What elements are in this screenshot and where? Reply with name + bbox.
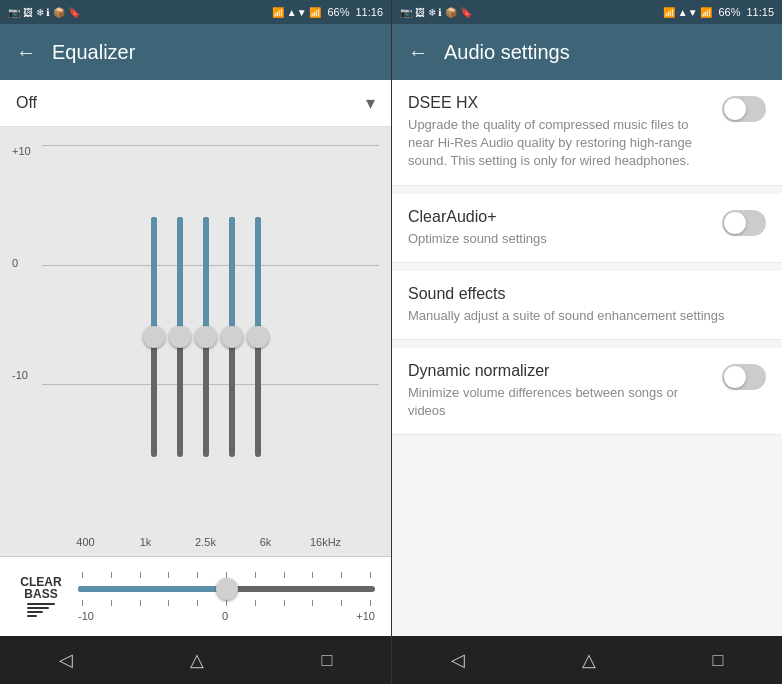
tick-marks-bottom [78, 600, 375, 606]
toggle-dynamic-normalizer[interactable] [722, 364, 766, 390]
eq-slider-6k[interactable] [229, 217, 235, 457]
back-button-equalizer[interactable]: ← [16, 41, 36, 64]
bass-text: BASS [24, 588, 57, 600]
back-nav-right[interactable]: ◁ [451, 649, 465, 671]
divider-2 [392, 263, 782, 271]
setting-sound-effects[interactable]: Sound effects Manually adjust a suite of… [392, 271, 782, 340]
setting-desc-sound-effects: Manually adjust a suite of sound enhance… [408, 307, 766, 325]
setting-dynamic-normalizer[interactable]: Dynamic normalizer Minimize volume diffe… [392, 348, 782, 435]
notification-icons: 📷 🖼 ❄ ℹ 📦 🔖 [8, 7, 80, 18]
bass-mid-label: 0 [222, 610, 228, 622]
setting-dsee-hx[interactable]: DSEE HX Upgrade the quality of compresse… [392, 80, 782, 186]
page-title-equalizer: Equalizer [52, 41, 135, 64]
eq-sliders-area: +10 0 -10 [0, 127, 391, 556]
freq-label-2-5k: 2.5k [186, 536, 226, 548]
setting-title-sound-effects: Sound effects [408, 285, 766, 303]
bass-min-label: -10 [78, 610, 94, 622]
recent-nav-right[interactable]: □ [713, 650, 724, 671]
bass-max-label: +10 [356, 610, 375, 622]
bottom-nav-right: ◁ △ □ [392, 636, 782, 684]
eq-slider-2-5k[interactable] [203, 217, 209, 457]
battery-right: 66% [718, 6, 740, 18]
eq-slider-16k[interactable] [255, 217, 261, 457]
setting-text-dynamic-normalizer: Dynamic normalizer Minimize volume diffe… [408, 362, 710, 420]
setting-text-dsee: DSEE HX Upgrade the quality of compresse… [408, 94, 710, 171]
freq-labels: 400 1k 2.5k 6k 16kHz [0, 528, 391, 556]
time-left: 11:16 [355, 6, 383, 18]
home-nav-right[interactable]: △ [582, 649, 596, 671]
h-slider-track[interactable] [78, 586, 375, 592]
status-bar-left: 📷 🖼 ❄ ℹ 📦 🔖 📶 ▲▼ 📶 66% 11:16 [0, 0, 391, 24]
audio-settings-panel: 📷 🖼 ❄ ℹ 📦 🔖 📶 ▲▼ 📶 66% 11:15 ← Audio set… [391, 0, 782, 684]
bass-lines-icon [27, 603, 55, 617]
toggle-knob-clear-audio [724, 212, 746, 234]
clear-bass-slider[interactable]: -10 0 +10 [78, 572, 375, 622]
freq-label-6k: 6k [246, 536, 286, 548]
freq-label-400: 400 [66, 536, 106, 548]
equalizer-panel: 📷 🖼 ❄ ℹ 📦 🔖 📶 ▲▼ 📶 66% 11:16 ← Equalizer… [0, 0, 391, 684]
toggle-knob-dsee [724, 98, 746, 120]
db-label-mid: 0 [12, 257, 31, 269]
setting-title-dynamic-normalizer: Dynamic normalizer [408, 362, 710, 380]
h-value-labels: -10 0 +10 [78, 610, 375, 622]
divider-1 [392, 186, 782, 194]
bottom-nav-left: ◁ △ □ [0, 636, 391, 684]
signal-icons-right: 📶 ▲▼ 📶 [663, 7, 712, 18]
clear-bass-section: CLEAR BASS [0, 556, 391, 636]
setting-desc-dynamic-normalizer: Minimize volume differences between song… [408, 384, 710, 420]
setting-title-dsee: DSEE HX [408, 94, 710, 112]
divider-3 [392, 340, 782, 348]
toggle-clear-audio[interactable] [722, 210, 766, 236]
notification-icons-right: 📷 🖼 ❄ ℹ 📦 🔖 [400, 7, 472, 18]
db-label-bot: -10 [12, 369, 31, 381]
status-icons-right: 📷 🖼 ❄ ℹ 📦 🔖 [400, 7, 472, 18]
status-icons-left: 📷 🖼 ❄ ℹ 📦 🔖 [8, 7, 80, 18]
setting-desc-clear-audio: Optimize sound settings [408, 230, 710, 248]
app-bar-equalizer: ← Equalizer [0, 24, 391, 80]
battery-left: 66% [327, 6, 349, 18]
toggle-knob-dynamic-normalizer [724, 366, 746, 388]
signal-icons: 📶 ▲▼ 📶 [272, 7, 321, 18]
preset-chevron-icon: ▾ [366, 92, 375, 114]
preset-dropdown[interactable]: Off ▾ [0, 80, 391, 127]
eq-content: Off ▾ +10 0 -10 [0, 80, 391, 636]
back-button-audio[interactable]: ← [408, 41, 428, 64]
status-bar-right: 📷 🖼 ❄ ℹ 📦 🔖 📶 ▲▼ 📶 66% 11:15 [392, 0, 782, 24]
db-labels: +10 0 -10 [12, 145, 31, 381]
time-right: 11:15 [746, 6, 774, 18]
audio-settings-content: DSEE HX Upgrade the quality of compresse… [392, 80, 782, 636]
eq-slider-400[interactable] [151, 217, 157, 457]
page-title-audio: Audio settings [444, 41, 570, 64]
setting-text-clear-audio: ClearAudio+ Optimize sound settings [408, 208, 710, 248]
recent-nav-left[interactable]: □ [321, 650, 332, 671]
preset-label: Off [16, 94, 37, 112]
freq-label-1k: 1k [126, 536, 166, 548]
back-nav-left[interactable]: ◁ [59, 649, 73, 671]
setting-text-sound-effects: Sound effects Manually adjust a suite of… [408, 285, 766, 325]
clear-bass-label: CLEAR BASS [16, 576, 66, 617]
app-bar-audio: ← Audio settings [392, 24, 782, 80]
freq-label-16k: 16kHz [306, 536, 346, 548]
setting-desc-dsee: Upgrade the quality of compressed music … [408, 116, 710, 171]
eq-sliders-container [0, 135, 391, 528]
home-nav-left[interactable]: △ [190, 649, 204, 671]
setting-title-clear-audio: ClearAudio+ [408, 208, 710, 226]
eq-slider-1k[interactable] [177, 217, 183, 457]
setting-clear-audio[interactable]: ClearAudio+ Optimize sound settings [392, 194, 782, 263]
toggle-dsee[interactable] [722, 96, 766, 122]
db-label-top: +10 [12, 145, 31, 157]
